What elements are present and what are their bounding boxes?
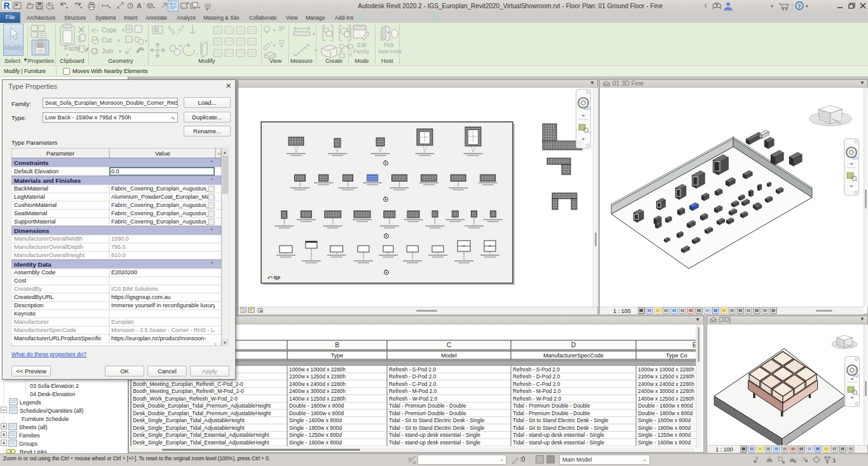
svg-text::1: :1 bbox=[831, 457, 836, 463]
svg-text:CushionMaterial: CushionMaterial bbox=[14, 202, 57, 208]
svg-text:Single - 1250w x 800d: Single - 1250w x 800d bbox=[289, 432, 342, 438]
svg-text:Desk_Single_Europlan_Tidal_Ess: Desk_Single_Europlan_Tidal_Essential_Adj… bbox=[133, 432, 269, 438]
svg-text:Parameter: Parameter bbox=[46, 150, 74, 157]
svg-text:=: = bbox=[217, 150, 220, 157]
svg-text:▾: ▾ bbox=[273, 43, 276, 48]
svg-text:Refresh - W-Pod 2.0: Refresh - W-Pod 2.0 bbox=[389, 396, 438, 402]
svg-text:Tidal - stand-up desk essentia: Tidal - stand-up desk essential - Single bbox=[389, 432, 480, 438]
svg-text:Tidal - Premium Double - Doubl: Tidal - Premium Double - Double bbox=[389, 410, 466, 416]
svg-text:1000w x 1000d x 2280h: 1000w x 1000d x 2280h bbox=[638, 366, 695, 373]
svg-text:Value: Value bbox=[155, 150, 170, 157]
svg-text:Booth_Work_Europlan_Refresh_W-: Booth_Work_Europlan_Refresh_W-Pod_2-0 bbox=[133, 396, 238, 402]
svg-text:Cope: Cope bbox=[102, 27, 117, 34]
svg-text:▾: ▾ bbox=[806, 4, 808, 8]
svg-text:2D: 2D bbox=[584, 106, 590, 110]
svg-text:1400w x 1250d x 2280h: 1400w x 1250d x 2280h bbox=[638, 396, 695, 402]
svg-text:Cut: Cut bbox=[102, 37, 112, 44]
svg-text:▾: ▾ bbox=[771, 4, 773, 8]
svg-text:Single - 1800w x 800d: Single - 1800w x 800d bbox=[289, 425, 342, 431]
svg-text:Single - 1600w x 800d: Single - 1600w x 800d bbox=[289, 417, 342, 423]
svg-text:1590.0: 1590.0 bbox=[111, 236, 129, 242]
svg-text:Booth_Meeting_Europlan_Refresh: Booth_Meeting_Europlan_Refresh_C-Pod_2-0 bbox=[133, 381, 243, 387]
svg-text:E2020200: E2020200 bbox=[111, 269, 137, 276]
svg-text:IGS BIM Solutions: IGS BIM Solutions bbox=[111, 286, 158, 292]
svg-text:2D: 2D bbox=[852, 156, 858, 160]
svg-text:BackMaterial: BackMaterial bbox=[14, 185, 48, 192]
svg-text:2400w x 3000d x 2280h: 2400w x 3000d x 2280h bbox=[638, 388, 695, 394]
svg-text:Single - 1800w x 800d: Single - 1800w x 800d bbox=[638, 425, 691, 431]
svg-text:Single - 1250w x 800d: Single - 1250w x 800d bbox=[638, 432, 691, 438]
svg-text:▾: ▾ bbox=[153, 6, 155, 10]
svg-text:▾: ▾ bbox=[273, 28, 276, 32]
svg-text:▾: ▾ bbox=[224, 340, 226, 345]
svg-text:Tidal - stand-up desk essentia: Tidal - stand-up desk essential - Single bbox=[513, 432, 604, 438]
svg-text:New Host: New Host bbox=[378, 48, 402, 55]
svg-text:Keynote: Keynote bbox=[14, 310, 36, 317]
svg-text:▾: ▾ bbox=[145, 39, 147, 43]
svg-text:Single - 1600w x 800d: Single - 1600w x 800d bbox=[638, 439, 691, 446]
svg-text:▾: ▾ bbox=[109, 6, 111, 10]
svg-text:Type Co: Type Co bbox=[666, 352, 688, 359]
svg-text:Refresh - M-Pod 2.0: Refresh - M-Pod 2.0 bbox=[389, 388, 437, 394]
svg-text:▴: ▴ bbox=[224, 150, 226, 154]
svg-text:Dimensions: Dimensions bbox=[14, 227, 50, 234]
svg-text:Pick: Pick bbox=[384, 42, 395, 48]
svg-text:Tidal - Sit to Stand Electric: Tidal - Sit to Stand Electric Desk - Sin… bbox=[513, 425, 609, 431]
svg-text:03 Sofa-Elevation 2: 03 Sofa-Elevation 2 bbox=[30, 383, 79, 389]
svg-text:Fabric_Covering_Europlan_Augus: Fabric_Covering_Europlan_Augustus_Wol bbox=[111, 185, 219, 192]
svg-text:2400w x 2400d x 2280h: 2400w x 2400d x 2280h bbox=[638, 381, 695, 387]
svg-text:Families: Families bbox=[19, 432, 40, 439]
svg-text:810.0: 810.0 bbox=[111, 252, 126, 258]
svg-text:SeatMaterial: SeatMaterial bbox=[14, 210, 47, 216]
svg-text:⤺ igp: ⤺ igp bbox=[268, 275, 280, 280]
svg-text:Groups: Groups bbox=[19, 441, 37, 447]
svg-text:⌃: ⌃ bbox=[210, 160, 214, 166]
svg-text:Refresh - C-Pod 2.0: Refresh - C-Pod 2.0 bbox=[389, 381, 437, 387]
svg-text:Desk_Single_Europlan_Tidal_Adj: Desk_Single_Europlan_Tidal_AdjustableHei… bbox=[133, 417, 245, 423]
svg-text:▾: ▾ bbox=[52, 6, 54, 10]
svg-text:CreatedByURL: CreatedByURL bbox=[14, 294, 54, 300]
svg-text:2400w x 3000d x 2280h: 2400w x 3000d x 2280h bbox=[289, 388, 346, 394]
svg-text:Refresh - D-Pod 2.0: Refresh - D-Pod 2.0 bbox=[389, 373, 437, 380]
svg-text:▾: ▾ bbox=[66, 53, 69, 57]
svg-text:Double - 1600w x 800d: Double - 1600w x 800d bbox=[289, 403, 344, 409]
svg-text:Manufacturer: Manufacturer bbox=[14, 319, 49, 325]
svg-text:?: ? bbox=[797, 3, 801, 10]
svg-text:Tidal - Sit to Stand Electric: Tidal - Sit to Stand Electric Desk - Sin… bbox=[513, 417, 609, 423]
svg-text:SupportMaterial: SupportMaterial bbox=[14, 218, 56, 225]
svg-text:Europlan: Europlan bbox=[111, 319, 134, 325]
svg-text:https://igsgroup.com.au: https://igsgroup.com.au bbox=[111, 294, 171, 300]
svg-text:Immerse yourself in reconfigur: Immerse yourself in reconfigurable luxur… bbox=[111, 302, 217, 309]
svg-text:1400w x 1250d x 2280h: 1400w x 1250d x 2280h bbox=[289, 396, 346, 402]
svg-text:Fabric_Covering_Europlan_Augus: Fabric_Covering_Europlan_Augustus_Blus bbox=[111, 210, 221, 216]
svg-text:Identity Data: Identity Data bbox=[14, 261, 51, 268]
svg-text:▾: ▾ bbox=[80, 6, 82, 10]
svg-text:Tidal - Premium Double - Doubl: Tidal - Premium Double - Double bbox=[389, 403, 466, 409]
svg-text:B: B bbox=[335, 342, 339, 349]
svg-text:Desk_Single_Europlan_Tidal_Adj: Desk_Single_Europlan_Tidal_AdjustableHei… bbox=[133, 425, 245, 431]
svg-text:Type: Type bbox=[331, 352, 344, 359]
svg-text:ManufacturerSpecCode: ManufacturerSpecCode bbox=[14, 327, 76, 333]
svg-text:Monsoon - 2.5 Seater - Corner: Monsoon - 2.5 Seater - Corner - RHS - Lo… bbox=[111, 327, 222, 333]
svg-text:ManufacturerOverallHeight: ManufacturerOverallHeight bbox=[14, 252, 85, 258]
svg-text:LegMaterial: LegMaterial bbox=[14, 194, 45, 200]
svg-text:Furniture Schedule: Furniture Schedule bbox=[22, 416, 69, 422]
svg-text:Join: Join bbox=[102, 48, 113, 55]
svg-text:Model: Model bbox=[441, 352, 457, 359]
svg-text:Fabric_Covering_Europlan_Augus: Fabric_Covering_Europlan_Augustus_Mar bbox=[111, 218, 219, 225]
svg-text:Fabric_Covering_Europlan_Augus: Fabric_Covering_Europlan_Augustus_Blus bbox=[111, 202, 221, 208]
svg-text:ManufacturerSpecCode: ManufacturerSpecCode bbox=[543, 352, 604, 359]
svg-text:Family: Family bbox=[353, 48, 370, 55]
svg-text:Tidal - Sit to Stand Electric: Tidal - Sit to Stand Electric Desk - Sin… bbox=[389, 425, 485, 431]
svg-text:A: A bbox=[137, 2, 142, 10]
svg-text:▾: ▾ bbox=[313, 32, 315, 36]
svg-text:ManufacturerOverallDepth: ManufacturerOverallDepth bbox=[14, 244, 83, 250]
svg-text:Double - 1600w x 800d: Double - 1600w x 800d bbox=[638, 403, 693, 409]
svg-text:C: C bbox=[447, 342, 451, 349]
svg-text:CreatedBy: CreatedBy bbox=[14, 286, 42, 292]
svg-text:Single - 1600w x 800d: Single - 1600w x 800d bbox=[289, 439, 342, 446]
svg-text:2200w x 1250d x 2280h: 2200w x 1250d x 2280h bbox=[289, 373, 346, 380]
svg-text:Refresh - S-Pod 2.0: Refresh - S-Pod 2.0 bbox=[513, 366, 560, 373]
svg-text:1000w x 1000d x 2280h: 1000w x 1000d x 2280h bbox=[289, 366, 346, 373]
svg-text:Revit Links: Revit Links bbox=[20, 449, 48, 453]
